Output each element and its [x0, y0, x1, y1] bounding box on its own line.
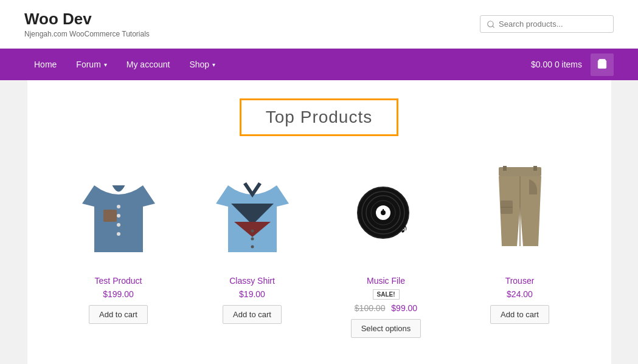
main-nav: Home Forum ▾ My account Shop ▾ $0.00 0 i…	[0, 49, 638, 80]
product-image-wrap-4	[471, 158, 569, 267]
product-name-trouser[interactable]: Trouser	[505, 276, 535, 286]
products-grid: Test Product $199.00 Add to cart	[40, 158, 599, 338]
section-heading-wrap: Top Products	[40, 98, 599, 136]
nav-left: Home Forum ▾ My account Shop ▾	[24, 49, 225, 80]
product-image-trouser	[490, 161, 550, 264]
product-name-test-product[interactable]: Test Product	[95, 276, 142, 286]
shop-chevron-icon: ▾	[212, 61, 215, 68]
svg-point-4	[117, 205, 120, 208]
sale-price: $99.00	[391, 303, 417, 313]
section-heading: Top Products	[240, 98, 398, 136]
main-content: Top Products T	[27, 80, 611, 364]
svg-rect-22	[503, 166, 507, 171]
site-tagline: Njengah.com WooCommerce Tutorials	[24, 30, 150, 38]
cart-icon	[597, 58, 608, 69]
svg-text:!: !	[381, 207, 384, 217]
original-price: $100.00	[355, 303, 386, 313]
product-card-trouser: Trouser $24.00 Add to cart	[462, 158, 578, 338]
svg-line-1	[493, 26, 494, 27]
product-card-music-file: ! ♪ Music File SALE! $100.00 $99.00 Sele…	[328, 158, 444, 338]
product-image-music: ! ♪	[353, 179, 420, 246]
add-to-cart-classy-shirt[interactable]: Add to cart	[223, 305, 282, 324]
select-options-music-file[interactable]: Select options	[351, 319, 421, 338]
svg-text:♪: ♪	[400, 218, 408, 236]
nav-home[interactable]: Home	[24, 49, 66, 80]
product-image-classy-shirt	[210, 161, 295, 264]
svg-point-5	[117, 214, 120, 218]
search-box[interactable]	[480, 15, 614, 33]
product-card-test-product: Test Product $199.00 Add to cart	[61, 158, 176, 338]
svg-point-11	[251, 238, 254, 241]
add-to-cart-test-product[interactable]: Add to cart	[89, 305, 148, 324]
product-name-classy-shirt[interactable]: Classy Shirt	[229, 276, 275, 286]
search-input[interactable]	[499, 19, 607, 29]
forum-chevron-icon: ▾	[104, 61, 107, 68]
product-price-classy-shirt: $19.00	[239, 289, 265, 299]
add-to-cart-trouser[interactable]: Add to cart	[490, 305, 549, 324]
svg-point-7	[117, 232, 120, 236]
product-price-trouser: $24.00	[507, 289, 533, 299]
nav-my-account[interactable]: My account	[117, 49, 180, 80]
cart-button[interactable]	[591, 53, 614, 76]
site-header: Woo Dev Njengah.com WooCommerce Tutorial…	[0, 0, 638, 49]
product-image-wrap	[70, 158, 167, 267]
search-icon	[487, 20, 495, 29]
cart-total: $0.00 0 items	[531, 60, 582, 69]
svg-rect-3	[103, 210, 117, 222]
nav-shop[interactable]: Shop ▾	[179, 49, 225, 80]
site-title: Woo Dev	[24, 10, 150, 29]
product-price-test-product: $199.00	[103, 289, 134, 299]
svg-point-12	[251, 246, 254, 249]
product-image-wrap-3: ! ♪	[338, 158, 435, 267]
product-price-music-file: $100.00 $99.00	[355, 303, 417, 313]
nav-forum[interactable]: Forum ▾	[66, 49, 116, 80]
product-image-shirt-blue	[76, 161, 161, 264]
site-branding: Woo Dev Njengah.com WooCommerce Tutorial…	[24, 10, 150, 38]
svg-rect-23	[533, 166, 537, 171]
product-name-music-file[interactable]: Music File	[367, 276, 405, 286]
product-card-classy-shirt: Classy Shirt $19.00 Add to cart	[195, 158, 310, 338]
svg-point-6	[117, 223, 120, 227]
nav-right: $0.00 0 items	[531, 53, 614, 76]
svg-point-10	[251, 230, 254, 233]
sale-badge: SALE!	[373, 289, 400, 300]
product-image-wrap-2	[204, 158, 301, 267]
